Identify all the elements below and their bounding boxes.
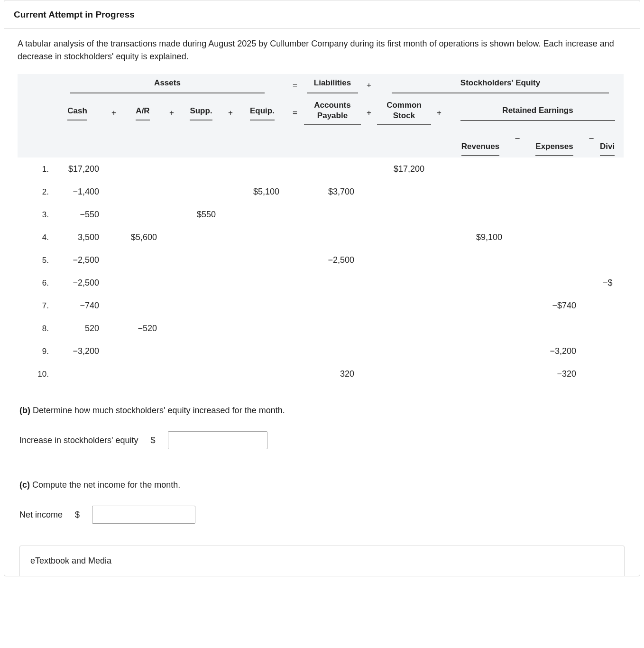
table-row: 7.−740−$740 <box>18 294 624 317</box>
op-plus-2: + <box>164 96 180 129</box>
group-liabilities: Liabilities <box>304 74 361 96</box>
table-row: 9.−3,200−3,200 <box>18 340 624 362</box>
analysis-table: Assets = Liabilities + Stockhold <box>18 74 624 385</box>
table-row: 1.$17,200$17,200 <box>18 157 624 180</box>
col-equip: Equip. <box>239 96 286 129</box>
part-b-prompt: (b) Determine how much stockholders' equ… <box>4 385 640 421</box>
op-plus-3: + <box>222 96 239 129</box>
col-expenses: Expenses <box>526 129 583 157</box>
col-supp: Supp. <box>180 96 222 129</box>
col-dividends: Divi <box>600 129 624 157</box>
etextbook-media-button[interactable]: eTextbook and Media <box>19 546 625 576</box>
question-prompt: A tabular analysis of the transactions m… <box>4 29 640 74</box>
table-row: 3.−550$550 <box>18 203 624 226</box>
part-b-label: Increase in stockholders' equity <box>19 434 138 447</box>
net-income-input[interactable] <box>92 506 195 524</box>
op-plus-4: + <box>361 96 377 129</box>
group-retained: Retained Earnings <box>452 96 624 129</box>
op-minus-2: − <box>583 129 600 157</box>
attempt-card: Current Attempt in Progress A tabular an… <box>4 0 640 576</box>
analysis-table-wrap: Assets = Liabilities + Stockhold <box>4 74 640 385</box>
currency-symbol-b: $ <box>151 434 156 447</box>
table-row: 4.3,500$5,600$9,100 <box>18 226 624 249</box>
table-row: 5.−2,500−2,500 <box>18 249 624 271</box>
op-plus-5: + <box>431 96 447 129</box>
op-eq-2: = <box>286 96 304 129</box>
part-c-prompt: (c) Compute the net income for the month… <box>4 460 640 495</box>
col-ar: A/R <box>122 96 164 129</box>
op-minus-1: − <box>509 129 526 157</box>
increase-stockholders-equity-input[interactable] <box>168 431 267 449</box>
col-revenues: Revenues <box>452 129 509 157</box>
table-row: 8.520−520 <box>18 317 624 340</box>
group-equity: Stockholders' Equity <box>377 74 624 96</box>
op-eq-1: = <box>286 74 304 96</box>
op-plus-1: + <box>106 96 122 129</box>
col-ap: Accounts Payable <box>304 96 361 129</box>
part-c-label: Net income <box>19 509 63 521</box>
table-row: 6.−2,500−$ <box>18 271 624 294</box>
table-row: 2.−1,400$5,100$3,700 <box>18 180 624 203</box>
table-row: 10.320−320 <box>18 362 624 385</box>
op-plus-liab-se: + <box>361 74 377 96</box>
attempt-heading: Current Attempt in Progress <box>4 0 640 29</box>
currency-symbol-c: $ <box>75 509 80 521</box>
col-cash: Cash <box>49 96 106 129</box>
group-assets: Assets <box>49 74 286 96</box>
col-cs: Common Stock <box>377 96 431 129</box>
